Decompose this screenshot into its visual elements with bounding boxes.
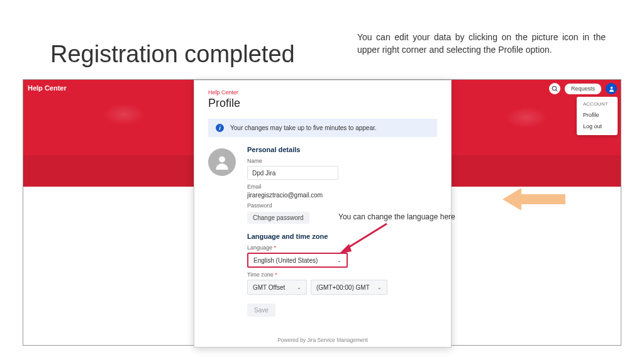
- slide-instructions: You can edit your data by clicking on th…: [357, 31, 606, 56]
- app-screenshot-frame: Help Center Requests ACCOUNT Profile Log…: [23, 79, 621, 346]
- page-title: Profile: [208, 97, 437, 110]
- info-text: Your changes may take up to five minutes…: [230, 124, 377, 131]
- info-icon: i: [216, 124, 224, 132]
- footer-poweredby: Powered by Jira Service Management: [194, 337, 451, 343]
- label-language: Language *: [247, 244, 437, 251]
- avatar-icon[interactable]: [606, 83, 617, 94]
- email-value: jiraregisztracio@gmail.com: [247, 192, 437, 199]
- chevron-down-icon: ⌄: [297, 285, 301, 290]
- language-selected-value: English (United States): [253, 257, 318, 264]
- profile-avatar-icon[interactable]: [208, 148, 236, 176]
- svg-point-3: [219, 156, 225, 163]
- name-input[interactable]: [247, 166, 338, 180]
- label-name: Name: [247, 158, 437, 164]
- info-banner: i Your changes may take up to five minut…: [208, 119, 437, 137]
- timezone-offset-select[interactable]: GMT Offset ⌄: [247, 280, 307, 295]
- section-personal-heading: Personal details: [247, 146, 437, 153]
- svg-line-1: [556, 90, 558, 92]
- topbar-actions: Requests: [549, 83, 617, 94]
- label-email: Email: [247, 184, 437, 190]
- callout-language-note: You can change the language here: [338, 212, 455, 221]
- account-dropdown: ACCOUNT Profile Log out: [577, 97, 618, 135]
- language-select[interactable]: English (United States) ⌄: [247, 253, 348, 268]
- timezone-value-select[interactable]: (GMT+00:00) GMT ⌄: [311, 280, 387, 295]
- requests-button[interactable]: Requests: [565, 84, 601, 94]
- dropdown-item-logout[interactable]: Log out: [577, 121, 618, 132]
- chevron-down-icon: ⌄: [337, 258, 341, 263]
- section-language-heading: Language and time zone: [247, 233, 437, 240]
- dropdown-heading: ACCOUNT: [577, 100, 618, 109]
- svg-point-0: [552, 86, 556, 90]
- header-help-center-label: Help Center: [28, 84, 67, 92]
- label-timezone: Time zone *: [247, 272, 437, 278]
- timezone-gmt-value: (GMT+00:00) GMT: [316, 284, 370, 291]
- change-password-button[interactable]: Change password: [247, 212, 309, 224]
- breadcrumb[interactable]: Help Center: [208, 89, 437, 96]
- search-icon[interactable]: [549, 83, 560, 94]
- save-button[interactable]: Save: [247, 304, 275, 317]
- slide-title: Registration completed: [50, 41, 295, 68]
- timezone-offset-value: GMT Offset: [253, 284, 285, 291]
- dropdown-item-profile[interactable]: Profile: [577, 109, 618, 121]
- svg-point-2: [610, 86, 613, 89]
- chevron-down-icon: ⌄: [377, 285, 382, 290]
- label-password: Password: [247, 202, 437, 209]
